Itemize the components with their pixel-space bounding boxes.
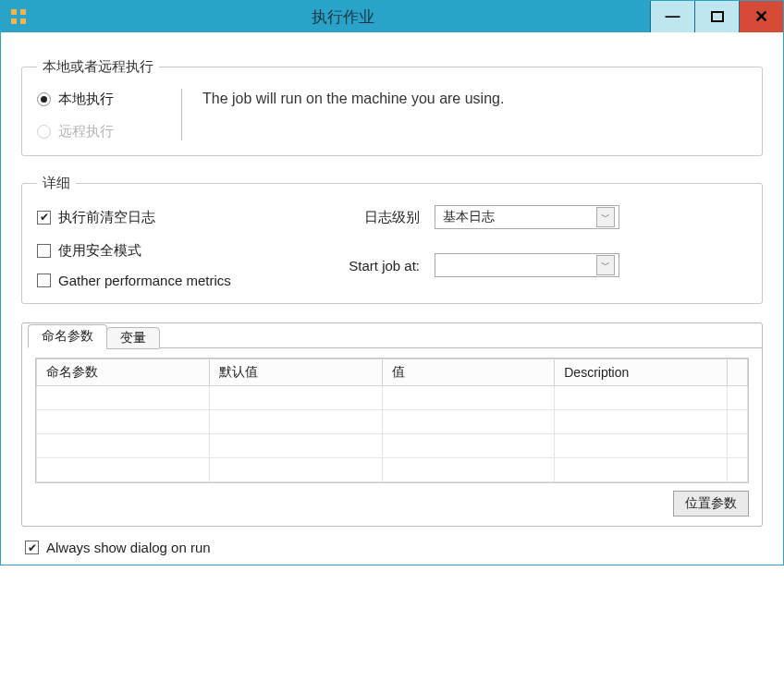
exec-location-legend: 本地或者远程执行	[37, 58, 159, 76]
tab-named-params[interactable]: 命名参数	[28, 324, 107, 348]
checkbox-safe-mode[interactable]: 使用安全模式	[37, 242, 314, 260]
start-job-select[interactable]: ﹀	[435, 253, 619, 277]
checkbox-always-show-label: Always show dialog on run	[46, 540, 211, 555]
radio-remote-label: 远程执行	[58, 123, 114, 140]
positional-args-button[interactable]: 位置参数	[673, 491, 749, 517]
log-level-select[interactable]: 基本日志 ﹀	[435, 205, 619, 229]
col-default[interactable]: 默认值	[209, 359, 382, 386]
params-panel: 命名参数 变量 命名参数 默认值 值 Description	[21, 322, 763, 527]
col-description[interactable]: Description	[555, 359, 728, 386]
window-buttons: — ✕	[650, 1, 783, 32]
tabbar: 命名参数 变量	[22, 322, 762, 348]
radio-remote-exec: 远程执行	[37, 123, 157, 140]
maximize-button[interactable]	[694, 1, 739, 32]
table-row[interactable]	[37, 458, 748, 482]
dialog-window: 执行作业 — ✕ 本地或者远程执行 本地执行 远程执行	[0, 0, 784, 565]
tab-variables[interactable]: 变量	[106, 327, 160, 349]
checkbox-clear-log-label: 执行前清空日志	[58, 209, 155, 226]
log-level-label: 日志级别	[324, 209, 425, 226]
chevron-down-icon: ﹀	[596, 207, 615, 227]
app-icon	[1, 8, 36, 25]
close-button[interactable]: ✕	[739, 1, 783, 32]
checkbox-safe-mode-label: 使用安全模式	[58, 242, 141, 260]
svg-rect-3	[20, 18, 26, 24]
start-job-label: Start job at:	[324, 258, 425, 274]
exec-location-group: 本地或者远程执行 本地执行 远程执行 The job will run on t…	[21, 58, 763, 156]
params-table-pane: 命名参数 默认值 值 Description	[35, 358, 749, 483]
table-row[interactable]	[37, 410, 748, 434]
table-row[interactable]	[37, 386, 748, 410]
checkbox-icon	[25, 541, 39, 554]
checkbox-perf-metrics-label: Gather performance metrics	[58, 273, 231, 288]
window-title: 执行作业	[36, 6, 650, 28]
checkbox-clear-log[interactable]: 执行前清空日志	[37, 209, 314, 226]
checkbox-icon	[37, 274, 51, 287]
col-value[interactable]: 值	[382, 359, 555, 386]
radio-local-exec[interactable]: 本地执行	[37, 91, 157, 108]
checkbox-perf-metrics[interactable]: Gather performance metrics	[37, 273, 314, 288]
table-row[interactable]	[37, 434, 748, 458]
params-table-body	[37, 386, 748, 482]
minimize-button[interactable]: —	[650, 1, 694, 32]
log-level-value: 基本日志	[443, 209, 596, 225]
checkbox-icon	[37, 211, 51, 225]
col-name[interactable]: 命名参数	[37, 359, 210, 386]
params-table: 命名参数 默认值 值 Description	[36, 359, 748, 482]
col-spacer	[728, 359, 748, 386]
checkbox-always-show[interactable]: Always show dialog on run	[25, 540, 763, 555]
chevron-down-icon: ﹀	[596, 255, 615, 275]
svg-rect-1	[20, 9, 26, 15]
detail-legend: 详细	[37, 175, 76, 192]
radio-icon	[37, 125, 51, 139]
svg-rect-4	[712, 12, 723, 21]
dialog-content: 本地或者远程执行 本地执行 远程执行 The job will run on t…	[1, 32, 783, 565]
detail-group: 详细 执行前清空日志 日志级别 基本日志 ﹀ 使用安全模式 Start job …	[21, 175, 763, 304]
titlebar: 执行作业 — ✕	[1, 1, 783, 32]
exec-description: The job will run on the machine you are …	[202, 91, 747, 107]
checkbox-icon	[37, 244, 51, 258]
radio-local-label: 本地执行	[58, 91, 114, 108]
svg-rect-0	[11, 9, 17, 15]
svg-rect-2	[11, 18, 17, 24]
radio-icon	[37, 92, 51, 106]
